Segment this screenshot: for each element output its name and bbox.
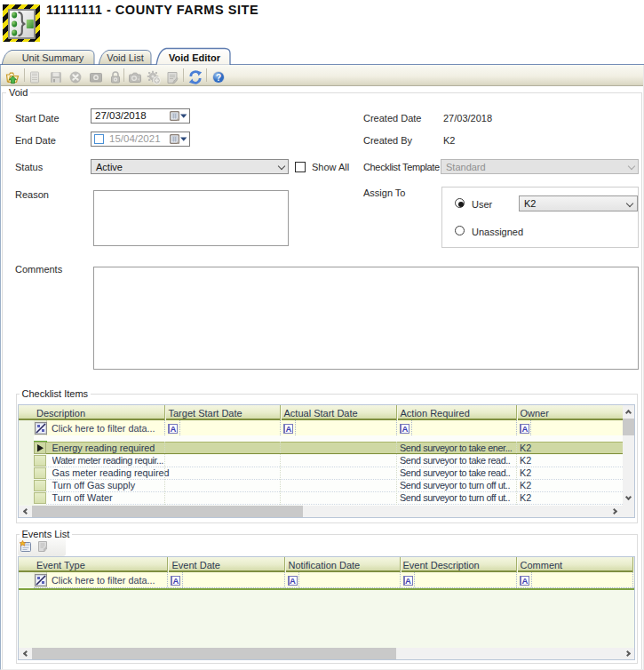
svg-text:?: ? [215, 73, 220, 83]
